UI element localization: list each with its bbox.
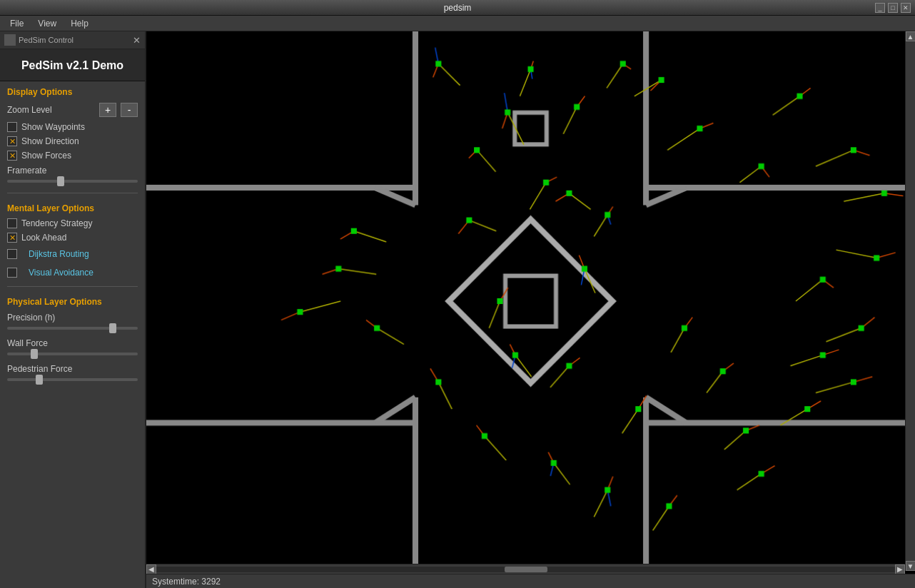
precision-thumb[interactable] — [109, 323, 116, 333]
simulation-canvas[interactable] — [146, 31, 915, 571]
mental-layer-title: Mental Layer Options — [0, 198, 145, 216]
horizontal-scrollbar: ◀ ▶ — [146, 564, 905, 574]
close-button[interactable]: ✕ — [901, 3, 911, 13]
display-options-title: Display Options — [0, 81, 145, 100]
statusbar: Systemtime: 3292 — [146, 574, 915, 588]
tendency-strategy-checkbox[interactable] — [7, 218, 17, 228]
simulation-canvas-area: ▲ ▼ ◀ ▶ Systemtime: 3292 — [146, 31, 915, 588]
divider-1 — [7, 193, 138, 193]
panel-header-label: PedSim Control — [19, 36, 74, 44]
scroll-left-button[interactable]: ◀ — [146, 564, 156, 574]
scroll-htrack[interactable] — [156, 567, 895, 572]
titlebar: pedsim _ □ ✕ — [0, 0, 915, 16]
precision-track — [7, 327, 138, 330]
show-direction-checkbox[interactable]: ✕ — [7, 136, 17, 146]
dijkstra-routing-checkbox[interactable] — [7, 249, 17, 259]
show-forces-checkbox[interactable]: ✕ — [7, 151, 17, 161]
maximize-button[interactable]: □ — [888, 3, 898, 13]
window-title: pedsim — [444, 3, 472, 13]
minimize-button[interactable]: _ — [875, 3, 885, 13]
scroll-hthumb[interactable] — [505, 567, 547, 572]
panel-icon — [4, 34, 16, 46]
scroll-right-button[interactable]: ▶ — [895, 564, 905, 574]
scroll-up-button[interactable]: ▲ — [906, 31, 916, 41]
left-panel: PedSim Control ✕ PedSim v2.1 Demo Displa… — [0, 31, 146, 588]
zoom-in-button[interactable]: + — [99, 103, 116, 117]
pedestrian-force-slider-row: Pedestrian Force — [0, 361, 145, 387]
look-ahead-label: Look Ahead — [21, 233, 66, 243]
panel-header: PedSim Control ✕ — [0, 31, 145, 49]
zoom-level-row: Zoom Level + - — [0, 100, 145, 120]
show-waypoints-label: Show Waypoints — [21, 122, 85, 132]
titlebar-controls: _ □ ✕ — [875, 3, 911, 13]
pedestrian-force-track — [7, 378, 138, 381]
menu-view[interactable]: View — [31, 17, 64, 30]
tendency-strategy-row: Tendency Strategy — [0, 216, 145, 230]
show-forces-row: ✕ Show Forces — [0, 148, 145, 163]
zoom-label: Zoom Level — [7, 105, 95, 115]
physical-layer-title: Physical Layer Options — [0, 291, 145, 310]
precision-slider-row: Precision (h) — [0, 310, 145, 335]
show-forces-label: Show Forces — [21, 151, 71, 161]
wall-force-slider-row: Wall Force — [0, 335, 145, 361]
menu-help[interactable]: Help — [64, 17, 96, 30]
tendency-strategy-label: Tendency Strategy — [21, 218, 92, 228]
wall-force-thumb[interactable] — [31, 349, 38, 359]
visual-avoidance-label[interactable]: Visual Avoidance — [21, 265, 101, 280]
zoom-out-button[interactable]: - — [121, 103, 138, 117]
menubar: File View Help — [0, 16, 915, 31]
wall-force-label: Wall Force — [7, 338, 138, 348]
visual-avoidance-checkbox[interactable] — [7, 268, 17, 278]
dijkstra-routing-label[interactable]: Dijkstra Routing — [21, 247, 96, 261]
show-waypoints-checkbox[interactable] — [7, 122, 17, 132]
framerate-label: Framerate — [7, 166, 138, 176]
divider-2 — [7, 286, 138, 287]
visual-avoidance-row: Visual Avoidance — [0, 263, 145, 282]
pedestrian-force-thumb[interactable] — [36, 375, 43, 385]
framerate-slider-row: Framerate — [0, 163, 145, 188]
wall-force-track — [7, 353, 138, 355]
pedestrian-force-label: Pedestrian Force — [7, 364, 138, 374]
look-ahead-row: ✕ Look Ahead — [0, 230, 145, 245]
framerate-thumb[interactable] — [57, 176, 64, 186]
scroll-down-button[interactable]: ▼ — [906, 561, 916, 571]
show-waypoints-row: Show Waypoints — [0, 120, 145, 134]
look-ahead-checkbox[interactable]: ✕ — [7, 233, 17, 243]
show-direction-label: Show Direction — [21, 136, 79, 146]
show-direction-row: ✕ Show Direction — [0, 134, 145, 148]
systemtime-label: Systemtime: 3292 — [152, 577, 221, 587]
vertical-scrollbar: ▲ ▼ — [905, 31, 915, 571]
panel-close-button[interactable]: ✕ — [133, 35, 141, 46]
precision-label: Precision (h) — [7, 313, 138, 323]
menu-file[interactable]: File — [3, 17, 31, 30]
main-layout: PedSim Control ✕ PedSim v2.1 Demo Displa… — [0, 31, 915, 588]
app-title: PedSim v2.1 Demo — [0, 49, 145, 81]
framerate-track — [7, 180, 138, 183]
dijkstra-routing-row: Dijkstra Routing — [0, 245, 145, 263]
